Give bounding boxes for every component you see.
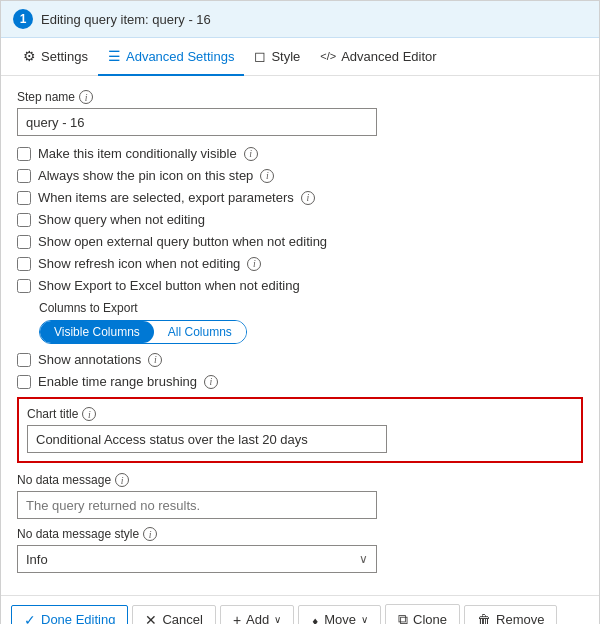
checkbox-open-external-input[interactable] [17, 235, 31, 249]
no-data-message-style-dropdown[interactable]: Info ∨ [17, 545, 377, 573]
no-data-message-section: No data message i [17, 473, 583, 519]
header-title: Editing query item: query - 16 [41, 12, 211, 27]
add-chevron-icon: ∨ [274, 614, 281, 624]
chart-title-input[interactable] [27, 425, 387, 453]
checkbox-enable-time-range-label: Enable time range brushing [38, 374, 197, 389]
add-icon: + [233, 612, 241, 625]
checkbox-export-info-icon[interactable]: i [301, 191, 315, 205]
move-chevron-icon: ∨ [361, 614, 368, 624]
chart-title-info-icon[interactable]: i [82, 407, 96, 421]
checkbox-time-range-info-icon[interactable]: i [204, 375, 218, 389]
advanced-settings-icon: ☰ [108, 48, 121, 64]
move-icon: ⬧ [311, 612, 319, 625]
checkbox-enable-time-range-input[interactable] [17, 375, 31, 389]
cancel-button[interactable]: ✕ Cancel [132, 605, 215, 625]
checkbox-show-refresh: Show refresh icon when not editing i [17, 256, 583, 271]
tab-advanced-editor[interactable]: </> Advanced Editor [310, 39, 446, 76]
chart-title-section: Chart title i [17, 397, 583, 463]
style-icon: ◻ [254, 48, 266, 64]
checkbox-export-params: When items are selected, export paramete… [17, 190, 583, 205]
checkbox-conditionally-visible: Make this item conditionally visible i [17, 146, 583, 161]
no-data-message-style-label: No data message style i [17, 527, 583, 541]
header-number: 1 [13, 9, 33, 29]
no-data-message-info-icon[interactable]: i [115, 473, 129, 487]
dropdown-arrow-icon: ∨ [359, 552, 368, 566]
clone-label: Clone [413, 612, 447, 624]
content-area: Step name i Make this item conditionally… [1, 76, 599, 595]
checkbox-conditionally-visible-label: Make this item conditionally visible [38, 146, 237, 161]
checkbox-show-pin-label: Always show the pin icon on this step [38, 168, 253, 183]
move-button[interactable]: ⬧ Move ∨ [298, 605, 381, 625]
step-name-section: Step name i [17, 90, 583, 136]
checkbox-export-params-label: When items are selected, export paramete… [38, 190, 294, 205]
checkbox-export-params-input[interactable] [17, 191, 31, 205]
no-data-message-style-info-icon[interactable]: i [143, 527, 157, 541]
checkbox-show-export-excel-label: Show Export to Excel button when not edi… [38, 278, 300, 293]
checkboxes-group-1: Make this item conditionally visible i A… [17, 146, 583, 293]
checkbox-pin-info-icon[interactable]: i [260, 169, 274, 183]
tabs-bar: ⚙ Settings ☰ Advanced Settings ◻ Style <… [1, 38, 599, 76]
no-data-message-style-section: No data message style i Info ∨ [17, 527, 583, 573]
no-data-message-input[interactable] [17, 491, 377, 519]
checkbox-show-export-excel: Show Export to Excel button when not edi… [17, 278, 583, 293]
columns-export-label: Columns to Export [39, 301, 583, 315]
checkbox-show-pin: Always show the pin icon on this step i [17, 168, 583, 183]
columns-toggle-group: Visible Columns All Columns [39, 320, 247, 344]
add-button[interactable]: + Add ∨ [220, 605, 294, 625]
done-editing-button[interactable]: ✓ Done Editing [11, 605, 128, 625]
header-bar: 1 Editing query item: query - 16 [1, 1, 599, 38]
step-name-label: Step name i [17, 90, 583, 104]
tab-settings[interactable]: ⚙ Settings [13, 38, 98, 76]
all-columns-btn[interactable]: All Columns [154, 321, 246, 343]
chart-title-label: Chart title i [27, 407, 573, 421]
checkbox-refresh-info-icon[interactable]: i [247, 257, 261, 271]
checkbox-show-query: Show query when not editing [17, 212, 583, 227]
remove-label: Remove [496, 612, 544, 624]
add-label: Add [246, 612, 269, 624]
checkbox-annotations-info-icon[interactable]: i [148, 353, 162, 367]
move-label: Move [324, 612, 356, 624]
tab-advanced-editor-label: Advanced Editor [341, 49, 436, 64]
checkbox-cond-vis-info-icon[interactable]: i [244, 147, 258, 161]
visible-columns-btn[interactable]: Visible Columns [40, 321, 154, 343]
checkbox-show-query-label: Show query when not editing [38, 212, 205, 227]
checkbox-show-refresh-label: Show refresh icon when not editing [38, 256, 240, 271]
tab-advanced-settings[interactable]: ☰ Advanced Settings [98, 38, 244, 76]
step-name-info-icon[interactable]: i [79, 90, 93, 104]
checkbox-show-export-excel-input[interactable] [17, 279, 31, 293]
code-icon: </> [320, 50, 336, 62]
checkbox-enable-time-range: Enable time range brushing i [17, 374, 583, 389]
no-data-message-style-value: Info [26, 552, 48, 567]
tab-style-label: Style [271, 49, 300, 64]
done-editing-label: Done Editing [41, 612, 115, 624]
remove-icon: 🗑 [477, 612, 491, 625]
remove-button[interactable]: 🗑 Remove [464, 605, 557, 625]
footer-bar: ✓ Done Editing ✕ Cancel + Add ∨ ⬧ Move ∨… [1, 595, 599, 624]
clone-icon: ⧉ [398, 611, 408, 624]
checkbox-show-query-input[interactable] [17, 213, 31, 227]
checkbox-show-refresh-input[interactable] [17, 257, 31, 271]
columns-export-section: Columns to Export Visible Columns All Co… [39, 301, 583, 344]
done-editing-check-icon: ✓ [24, 612, 36, 625]
checkbox-open-external-label: Show open external query button when not… [38, 234, 327, 249]
checkbox-show-annotations: Show annotations i [17, 352, 583, 367]
checkbox-show-annotations-label: Show annotations [38, 352, 141, 367]
clone-button[interactable]: ⧉ Clone [385, 604, 460, 624]
checkbox-show-annotations-input[interactable] [17, 353, 31, 367]
settings-icon: ⚙ [23, 48, 36, 64]
no-data-message-label: No data message i [17, 473, 583, 487]
cancel-icon: ✕ [145, 612, 157, 625]
checkboxes-group-2: Show annotations i Enable time range bru… [17, 352, 583, 389]
checkbox-show-pin-input[interactable] [17, 169, 31, 183]
checkbox-conditionally-visible-input[interactable] [17, 147, 31, 161]
main-container: 1 Editing query item: query - 16 ⚙ Setti… [0, 0, 600, 624]
tab-advanced-settings-label: Advanced Settings [126, 49, 234, 64]
tab-settings-label: Settings [41, 49, 88, 64]
checkbox-open-external: Show open external query button when not… [17, 234, 583, 249]
step-name-input[interactable] [17, 108, 377, 136]
cancel-label: Cancel [162, 612, 202, 624]
tab-style[interactable]: ◻ Style [244, 38, 310, 76]
